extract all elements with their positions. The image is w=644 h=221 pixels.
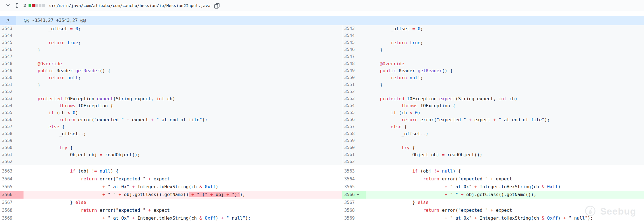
line-number[interactable]: 3546: [0, 46, 24, 53]
diff-row: 3552: [0, 88, 342, 95]
code-line: [366, 53, 644, 60]
line-number-text: 3562: [344, 158, 355, 165]
line-number[interactable]: 3563: [342, 167, 366, 175]
line-number[interactable]: 3555: [0, 109, 24, 116]
line-number[interactable]: 3558: [342, 130, 366, 137]
line-number[interactable]: 3551: [342, 81, 366, 88]
line-number-text: 3557: [2, 123, 12, 130]
code-line: @Override: [24, 60, 342, 67]
copy-path-button[interactable]: [214, 3, 220, 9]
line-number[interactable]: 3565: [0, 183, 24, 191]
diff-row: 3565 + " at 0x" + Integer.toHexString(ch…: [342, 183, 644, 191]
line-number[interactable]: 3561: [0, 151, 24, 158]
line-number-text: 3561: [2, 151, 12, 158]
line-number[interactable]: 3553: [342, 95, 366, 102]
diff-row: 3555 if (ch < 0): [0, 109, 342, 116]
line-number[interactable]: 3555: [342, 109, 366, 116]
code-line: }: [366, 81, 644, 88]
diff-row: 3555 if (ch < 0): [342, 109, 644, 116]
line-number[interactable]: 3556: [0, 116, 24, 123]
line-number-text: 3550: [344, 74, 355, 81]
line-number[interactable]: 3563: [0, 167, 24, 175]
code-line: return error("expected " + expect + " at…: [24, 116, 342, 123]
line-number[interactable]: 3545: [0, 39, 24, 46]
line-number-text: 3552: [344, 88, 355, 95]
diff-row: 3547: [342, 53, 644, 60]
diff-row: 3557 else {: [0, 123, 342, 130]
diff-row: 3556 return error("expected " + expect +…: [0, 116, 342, 123]
line-number[interactable]: 3547: [0, 53, 24, 60]
line-number[interactable]: 3549: [342, 67, 366, 74]
copy-icon: [214, 3, 220, 9]
line-number[interactable]: 3569: [342, 214, 366, 221]
line-number-text: 3559: [2, 137, 12, 144]
line-number-text: 3562: [2, 158, 12, 165]
diff-panel-right: 3543 _offset = 0;35443545 return true;35…: [342, 25, 644, 165]
code-line: [366, 137, 644, 144]
diff-row: 3553 protected IOException expect(String…: [342, 95, 644, 102]
line-number[interactable]: 3560: [342, 144, 366, 151]
line-number[interactable]: 3547: [342, 53, 366, 60]
line-number[interactable]: 3545: [342, 39, 366, 46]
line-number[interactable]: 3551: [0, 81, 24, 88]
code-line: } else: [366, 199, 644, 206]
line-number[interactable]: 3543: [342, 25, 366, 32]
line-number[interactable]: 3564: [0, 175, 24, 183]
line-number[interactable]: 3543: [0, 25, 24, 32]
line-number-text: 3551: [344, 81, 355, 88]
line-number-text: 3548: [344, 60, 355, 67]
line-number-text: 3564: [2, 175, 12, 183]
line-number[interactable]: 3568: [342, 206, 366, 214]
line-number[interactable]: 3544: [342, 32, 366, 39]
code-line: [366, 32, 644, 39]
expand-hunk-button[interactable]: [0, 16, 16, 25]
collapse-file-button[interactable]: [6, 3, 10, 8]
line-number[interactable]: 3548: [0, 60, 24, 67]
line-number[interactable]: 3556: [342, 116, 366, 123]
diff-row: 3551 }: [342, 81, 644, 88]
line-number[interactable]: 3544: [0, 32, 24, 39]
line-number[interactable]: 3557: [0, 123, 24, 130]
line-number[interactable]: 3558: [0, 130, 24, 137]
line-number[interactable]: 3557: [342, 123, 366, 130]
line-number[interactable]: 3568: [0, 206, 24, 214]
expand-all-button[interactable]: [15, 3, 19, 8]
code-line: throws IOException {: [366, 102, 644, 109]
diff-row: 3569 + " at 0x" + Integer.toHexString(ch…: [0, 214, 342, 221]
line-number[interactable]: 3564: [342, 175, 366, 183]
line-number[interactable]: 3559: [0, 137, 24, 144]
line-number-text: 3554: [2, 102, 12, 109]
line-number[interactable]: 3553: [0, 95, 24, 102]
diff-rows: 3543 _offset = 0;35443545 return true;35…: [0, 25, 644, 165]
line-number[interactable]: 3550: [342, 74, 366, 81]
line-number[interactable]: 3569: [0, 214, 24, 221]
line-number[interactable]: 3560: [0, 144, 24, 151]
line-number-text: 3545: [2, 39, 12, 46]
line-number[interactable]: 3554: [342, 102, 366, 109]
line-number[interactable]: 3561: [342, 151, 366, 158]
line-number[interactable]: 3566-: [0, 191, 24, 199]
line-number[interactable]: 3552: [342, 88, 366, 95]
line-number[interactable]: 3566+: [342, 191, 366, 199]
line-number-text: 3555: [2, 109, 12, 116]
line-number[interactable]: 3549: [0, 67, 24, 74]
line-number[interactable]: 3559: [342, 137, 366, 144]
line-number-text: 3553: [2, 95, 12, 102]
diff-row: 3550 return null;: [0, 74, 342, 81]
line-number[interactable]: 3546: [342, 46, 366, 53]
line-number-text: 3556: [344, 116, 355, 123]
line-number[interactable]: 3565: [342, 183, 366, 191]
line-number[interactable]: 3562: [0, 158, 24, 165]
code-line: if (obj != null) {: [24, 167, 342, 175]
line-number[interactable]: 3562: [342, 158, 366, 165]
line-number[interactable]: 3550: [0, 74, 24, 81]
code-line: Object obj = readObject();: [24, 151, 342, 158]
line-number[interactable]: 3552: [0, 88, 24, 95]
code-line: _offset = 0;: [24, 25, 342, 32]
line-number[interactable]: 3567: [0, 199, 24, 206]
diff-row: 3557 else {: [342, 123, 644, 130]
line-number[interactable]: 3554: [0, 102, 24, 109]
line-number[interactable]: 3548: [342, 60, 366, 67]
line-number[interactable]: 3567: [342, 199, 366, 206]
code-line: try {: [366, 144, 644, 151]
